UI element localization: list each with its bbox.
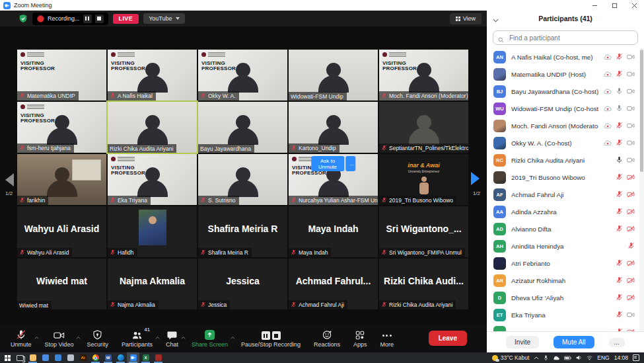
apps-button[interactable]: Apps (347, 324, 374, 352)
recording-label: Recording... (48, 15, 80, 22)
mail-icon[interactable] (52, 352, 64, 363)
youtube-stream-dropdown[interactable]: YouTube (143, 13, 184, 24)
video-tile-nurcahya-yulian-ashar-fsm-un[interactable]: VISITING PROFESSORAsk to Unmute...Nurcah… (289, 154, 378, 205)
mute-all-button[interactable]: Mute All (554, 336, 594, 348)
network-tray-icon[interactable] (587, 355, 592, 360)
video-tile-widowati-fsm-undip[interactable]: Widowati-FSM Undip (289, 50, 378, 101)
leave-button[interactable]: Leave (429, 331, 467, 346)
maximize-button[interactable] (604, 0, 624, 11)
start-icon[interactable] (1, 352, 14, 363)
participant-row-dheva-ufiz-aliyah[interactable]: DDheva Ufiz 'Aliyah (487, 289, 644, 306)
view-label: View (463, 15, 476, 22)
video-tile-2019-tri-busono-wibowo[interactable]: inar & AwaiUniversity Entrepreneur2019_T… (379, 154, 468, 205)
search-input[interactable] (493, 30, 638, 45)
participant-row-bayu-jayawardhana-co-host[interactable]: BJBayu Jayawardhana (Co-host) (487, 83, 644, 100)
previous-page-arrow[interactable] (5, 173, 14, 186)
video-tile-rizki-chika-audita-ariyani[interactable]: Rizki Chika Audita Ariyani (108, 102, 197, 153)
more-button[interactable]: More (374, 324, 401, 352)
red-app-icon[interactable] (152, 352, 164, 363)
video-tile-wiwied-mat[interactable]: Wiwied matWiwied mat (17, 259, 106, 309)
participant-row-okky-w-a-co-host[interactable]: Okky W. A. (Co-host) (487, 134, 644, 151)
close-button[interactable] (624, 0, 644, 11)
speaker-tray-icon[interactable] (576, 355, 582, 360)
stop-video-button[interactable]: Stop Video (38, 324, 81, 352)
participant-row-adinda-azzahra[interactable]: AAAdinda Azzahra (487, 203, 644, 220)
video-tile-farikhin[interactable]: farikhin (17, 154, 106, 205)
stop-recording-button[interactable] (95, 15, 104, 23)
video-tile-shafira-meiria-r[interactable]: Shafira Meiria RShafira Meiria R (198, 206, 287, 257)
share-screen-button[interactable]: Share Screen (185, 324, 234, 352)
tile-more-button[interactable]: ... (345, 156, 355, 171)
chrome-icon[interactable] (89, 352, 102, 363)
reactions-button[interactable]: Reactions (307, 324, 347, 352)
clock[interactable]: 14:08 (614, 354, 628, 361)
security-button[interactable]: Security (80, 324, 115, 352)
participant-display-name: Wahyu Ali Arasid (18, 206, 105, 251)
video-tile-moch-fandi-ansori-moderator[interactable]: VISITING PROFESSORMoch. Fandi Ansori (Mo… (379, 50, 468, 101)
video-tile-maya-indah[interactable]: Maya IndahMaya Indah (289, 206, 378, 257)
hidden-icons-chevron[interactable] (534, 356, 539, 360)
word-icon[interactable]: W (102, 352, 114, 363)
video-tile-eka-triyana[interactable]: VISITING PROFESSOREka Triyana (108, 154, 197, 205)
chat-button[interactable]: Chat (159, 324, 185, 352)
file-explorer-icon[interactable] (26, 352, 39, 363)
video-tile-najma-akmalia[interactable]: Najma AkmaliaNajma Akmalia (108, 259, 197, 309)
participant-row-eka-triyana[interactable]: ETEka Triyana (487, 306, 644, 323)
excel-icon[interactable]: X (139, 352, 152, 363)
weather-widget[interactable]: 33°C Kabut (492, 354, 530, 361)
mic-icon (616, 102, 623, 114)
battery-tray-icon[interactable] (564, 356, 571, 360)
video-tile-bayu-jayawardhana[interactable]: Bayu Jayawardhana (198, 102, 287, 153)
collapse-panel-icon[interactable] (493, 16, 499, 24)
photos-icon[interactable] (39, 352, 52, 363)
participant-row-a-nafis-haikal-co-host-me[interactable]: ANA Nafis Haikal (Co-host, me) (487, 48, 644, 65)
onenote-icon[interactable] (64, 352, 77, 363)
video-tile-sri-wigantono-fmipa-unmul[interactable]: Sri Wigantono_...Sri Wigantono_FMIPA Unm… (379, 206, 468, 257)
pause-recording-button[interactable] (83, 15, 92, 23)
video-tile-achmad-fahrul-aji[interactable]: Achmad Fahrul...Achmad Fahrul Aji (289, 259, 378, 309)
video-tile-rizki-chika-audita-ariyani[interactable]: Rizki Chika Audi...Rizki Chika Audita Ar… (379, 259, 468, 309)
invite-button[interactable]: Invite (506, 336, 539, 348)
participant-initials-avatar: BJ (493, 85, 506, 98)
minimize-button[interactable] (585, 0, 604, 11)
participant-row-rizki-chika-audita-ariyani[interactable]: RCRizki Chika Audita Ariyani (487, 151, 644, 169)
participant-row-anindita-henindya[interactable]: AHAnindita Henindya (487, 237, 644, 255)
pause-stop-recording-button[interactable]: Pause/Stop Recording (234, 324, 307, 352)
video-tile-a-nafis-haikal[interactable]: VISITING PROFESSORA Nafis Haikal (108, 50, 197, 101)
video-tile-septiantartn-polines-tkelektro[interactable]: SeptiantarTN_Polines/TkElektro (379, 102, 468, 153)
microphone-tray-icon[interactable] (544, 355, 548, 361)
participant-row-atri-febrianto[interactable]: Atri Febrianto (487, 255, 644, 272)
more-options-button[interactable]: ... (609, 338, 625, 347)
unmute-button[interactable]: Unmute (4, 324, 38, 352)
illustrator-icon[interactable]: Ai (77, 352, 89, 363)
video-tile-jessica[interactable]: JessicaJessica (198, 259, 287, 309)
participant-row[interactable] (487, 323, 644, 331)
zoom-icon[interactable] (127, 352, 139, 363)
edge-icon[interactable] (114, 352, 127, 363)
edge-logo-icon (118, 354, 124, 361)
view-button[interactable]: View (450, 13, 482, 24)
language-indicator[interactable]: ENG (597, 354, 609, 361)
participants-button[interactable]: 41Participants (115, 324, 159, 352)
video-tile-s-sutrisno[interactable]: S. Sutrisno (198, 154, 287, 205)
participant-row-alvianno-difta[interactable]: ADAlvianno Difta (487, 220, 644, 237)
next-page-arrow[interactable] (471, 172, 480, 185)
ask-to-unmute-button[interactable]: Ask to Unmute (311, 156, 345, 171)
video-tile-kartono-undip[interactable]: Kartono_Undip (289, 102, 378, 153)
participant-row-azizatur-rokhimah[interactable]: ARAzizatur Rokhimah (487, 272, 644, 289)
participant-row-moch-fandi-ansori-moderator-co-host[interactable]: Moch. Fandi Ansori (Moderator) (Co-host) (487, 117, 644, 134)
video-tile-fsm-heru-tjahjana[interactable]: VISITING PROFESSORfsm-heru tjahjana (17, 102, 106, 153)
task-view-icon[interactable] (14, 352, 26, 363)
notifications-icon[interactable] (633, 354, 639, 361)
participant-row-2019-tri-busono-wibowo[interactable]: 2019_Tri Busono Wibowo (487, 169, 644, 186)
participant-row-achmad-fahrul-aji[interactable]: AFAchmad Fahrul Aji (487, 186, 644, 203)
video-tile-okky-w-a[interactable]: VISITING PROFESSOROkky W. A. (198, 50, 287, 101)
encryption-shield-icon[interactable] (18, 14, 28, 23)
video-tile-wahyu-ali-arasid[interactable]: Wahyu Ali ArasidWahyu Ali Arasid (17, 206, 106, 257)
video-tile-hafidh[interactable]: Hafidh (108, 206, 197, 257)
video-tile-matematika-undip[interactable]: VISITING PROFESSORMatematika UNDIP (17, 50, 106, 101)
participants-scrollbar[interactable] (640, 50, 643, 172)
onedrive-tray-icon[interactable] (553, 356, 559, 360)
participant-row-matematika-undip-host[interactable]: Matematika UNDIP (Host) (487, 65, 644, 83)
participant-row-widowati-fsm-undip-co-host[interactable]: WUWidowati-FSM Undip (Co-host) (487, 100, 644, 117)
